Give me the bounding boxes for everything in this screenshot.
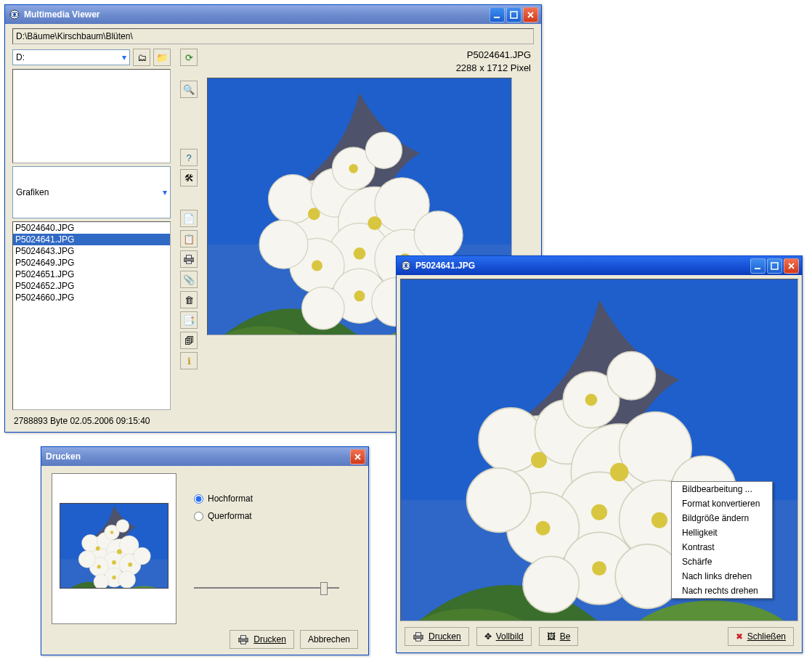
file-list-item[interactable]: P5024649.JPG xyxy=(13,257,170,269)
file-list-item[interactable]: P5024660.JPG xyxy=(13,292,170,303)
filter-combo[interactable]: Grafiken ▾ xyxy=(12,166,171,218)
detail-print-button[interactable]: Drucken xyxy=(405,627,469,646)
main-titlebar[interactable]: Multimedia Viewer xyxy=(5,5,541,24)
refresh-button[interactable]: ⟳ xyxy=(180,49,198,66)
context-menu-item[interactable]: Kontrast xyxy=(672,540,772,554)
context-menu-item[interactable]: Bildgröße ändern xyxy=(672,511,772,525)
print-confirm-button[interactable]: Drucken xyxy=(230,630,294,649)
image-detail-window: P5024641.JPG Bildbearbeitung ...Format k… xyxy=(396,255,803,653)
portrait-radio[interactable]: Hochformat xyxy=(194,494,339,504)
info-button[interactable]: ℹ xyxy=(180,352,198,369)
page-preview-thumb xyxy=(60,503,169,589)
filter-combo-value: Grafiken xyxy=(16,187,49,197)
copy-button[interactable]: 📑 xyxy=(180,311,198,329)
chevron-down-icon: ▾ xyxy=(163,187,167,197)
path-field[interactable]: D:\Bäume\Kirschbaum\Blüten\ xyxy=(12,28,534,44)
fullscreen-icon: ✥ xyxy=(484,631,492,642)
settings-button[interactable]: 🛠 xyxy=(180,169,198,187)
properties-button[interactable]: 🗂 xyxy=(133,49,150,66)
drive-combo[interactable]: D: ▾ xyxy=(12,49,130,65)
file-list-item[interactable]: P5024640.JPG xyxy=(13,222,170,234)
image-edit-icon: 🖼 xyxy=(547,631,556,642)
preview-button[interactable]: 📄 xyxy=(180,210,198,227)
file-list-item[interactable]: P5024651.JPG xyxy=(13,269,170,280)
up-folder-button[interactable]: 📁 xyxy=(153,49,171,66)
file-name-label: P5024641.JPG xyxy=(207,49,531,62)
folder-tree[interactable] xyxy=(12,69,171,163)
landscape-radio[interactable]: Querformat xyxy=(194,511,339,521)
detail-maximize-button[interactable] xyxy=(767,258,782,274)
main-close-button[interactable] xyxy=(523,7,538,22)
detail-title: P5024641.JPG xyxy=(415,261,475,271)
context-menu-item[interactable]: Format konvertieren xyxy=(672,496,772,511)
print-cancel-button[interactable]: Abbrechen xyxy=(300,630,358,649)
app-eye-icon xyxy=(9,9,20,20)
help-button[interactable]: ? xyxy=(180,149,198,166)
svg-rect-35 xyxy=(771,263,778,269)
file-list-item[interactable]: P5024641.JPG xyxy=(13,234,170,245)
file-list[interactable]: P5024640.JPGP5024641.JPGP5024643.JPGP502… xyxy=(12,221,171,410)
close-icon: ✖ xyxy=(736,631,743,642)
fullscreen-button[interactable]: ✥ Vollbild xyxy=(476,627,532,646)
edit-button[interactable]: 🖼 Be xyxy=(539,627,579,646)
svg-rect-34 xyxy=(755,268,760,269)
file-dims-label: 2288 x 1712 Pixel xyxy=(207,62,531,75)
app-eye-icon xyxy=(401,261,411,271)
detail-close-button[interactable] xyxy=(784,258,799,274)
chevron-down-icon: ▾ xyxy=(122,52,126,62)
file-list-item[interactable]: P5024643.JPG xyxy=(13,245,170,257)
detail-image[interactable]: Bildbearbeitung ...Format konvertierenBi… xyxy=(400,279,798,621)
context-menu-item[interactable]: Bildbearbeitung ... xyxy=(672,482,772,496)
print-close-button[interactable] xyxy=(350,449,365,464)
printer-icon xyxy=(237,634,249,645)
delete-button[interactable]: 🗑 xyxy=(180,291,198,308)
printer-icon xyxy=(413,631,424,642)
print-dialog: Drucken Hochformat Querformat xyxy=(41,446,369,655)
scale-slider[interactable] xyxy=(194,581,339,595)
main-minimize-button[interactable] xyxy=(490,7,505,22)
file-list-item[interactable]: P5024652.JPG xyxy=(13,280,170,292)
zoom-button[interactable]: 🔍 xyxy=(180,81,198,98)
context-menu-item[interactable]: Helligkeit xyxy=(672,525,772,540)
context-menu[interactable]: Bildbearbeitung ...Format konvertierenBi… xyxy=(671,481,773,599)
attach-button[interactable]: 📎 xyxy=(180,271,198,288)
main-title: Multimedia Viewer xyxy=(24,9,100,20)
print-button[interactable] xyxy=(180,250,198,268)
drive-combo-value: D: xyxy=(16,52,25,62)
context-menu-item[interactable]: Schärfe xyxy=(672,554,772,569)
svg-rect-33 xyxy=(511,12,517,18)
context-menu-item[interactable]: Nach rechts drehen xyxy=(672,584,772,598)
print-title: Drucken xyxy=(46,451,81,462)
close-button[interactable]: ✖ Schließen xyxy=(728,627,794,646)
page-preview xyxy=(52,473,176,624)
status-line: 2788893 Byte 02.05.2006 09:15:40 xyxy=(12,413,171,429)
duplicate-button[interactable]: 🗐 xyxy=(180,332,198,349)
main-maximize-button[interactable] xyxy=(506,7,521,22)
print-titlebar[interactable]: Drucken xyxy=(41,447,368,466)
detail-titlebar[interactable]: P5024641.JPG xyxy=(397,256,802,275)
context-menu-item[interactable]: Nach links drehen xyxy=(672,569,772,584)
svg-rect-32 xyxy=(494,17,500,18)
detail-minimize-button[interactable] xyxy=(750,258,766,274)
clipboard-button[interactable]: 📋 xyxy=(180,230,198,247)
